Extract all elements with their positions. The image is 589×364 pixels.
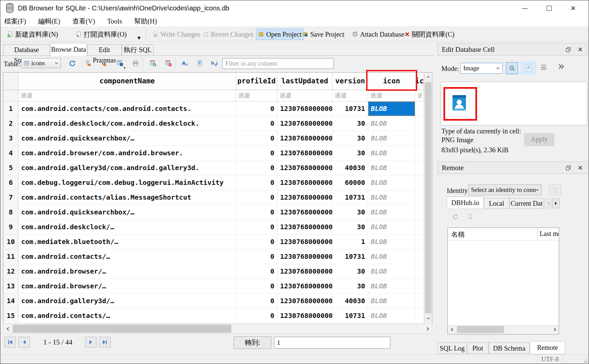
previous-page-button[interactable] [18,337,30,348]
cell-profileId[interactable]: 0 [236,102,277,116]
cell-profileId[interactable]: 0 [236,205,277,219]
cell-icon[interactable]: BLOB [368,279,415,293]
column-header-profileId[interactable]: profileId [236,73,277,90]
cell-lastUpdated[interactable]: 1230768000000 [277,116,332,131]
scroll-up-icon[interactable] [424,73,432,81]
cell-version[interactable]: 30 [332,264,368,279]
tab-execute-sql[interactable]: 執行 SQL [122,44,154,55]
float-panel-icon[interactable] [566,47,571,52]
open-database-button[interactable]: 打開資料庫(O) [74,29,129,40]
cell-icon[interactable]: BLOB [368,175,415,190]
table-selector[interactable]: icons [21,58,61,68]
cell-icon[interactable]: BLOB [368,294,415,308]
grid-vertical-scrollbar[interactable] [424,73,432,323]
cell-lastUpdated[interactable]: 1230768000000 [277,309,332,323]
cell-componentName[interactable]: com.android.gallery3d/… [18,294,236,308]
remote-list-modified-header[interactable]: Last mo [537,228,559,240]
cell-version[interactable]: 1 [332,235,368,249]
filter-profileId-input[interactable] [236,90,277,101]
cell-lastUpdated[interactable]: 1230768000000 [277,279,332,293]
dock-tab-db-schema[interactable]: DB Schema [488,342,530,354]
row-number[interactable]: 9 [3,220,18,234]
tab-edit-pragmas[interactable]: Edit Pragmas [87,44,122,55]
cell-componentName[interactable]: com.android.deskclock/… [18,220,236,234]
cell-profileId[interactable]: 0 [236,175,277,190]
column-header-icon[interactable]: icon [368,73,415,90]
scroll-right-icon[interactable] [551,325,559,334]
import-settings-button[interactable] [506,62,518,74]
row-number[interactable]: 11 [3,249,18,264]
cell-componentName[interactable]: com.android.contacts/… [18,309,236,323]
cell-profileId[interactable]: 0 [236,116,277,131]
row-number[interactable]: 6 [3,175,18,190]
remote-list-scrollbar[interactable] [448,325,559,334]
vertical-scroll-thumb[interactable] [425,82,431,313]
cell-icon[interactable]: BLOB [368,131,415,146]
cell-version[interactable]: 10731 [332,309,368,323]
cell-componentName[interactable]: com.android.browser/com.android.browser. [18,146,236,160]
save-project-button[interactable]: Save Project [300,29,346,40]
row-number[interactable]: 3 [3,131,18,146]
text-view-button[interactable] [521,61,536,75]
cell-lastUpdated[interactable]: 1230768000000 [277,146,332,160]
filter-icon-input[interactable] [368,90,415,101]
maximize-button[interactable] [537,0,561,16]
filter-version-input[interactable] [332,90,368,101]
cell-icon[interactable]: BLOB [368,220,415,234]
menu-view[interactable]: 查看(V) [72,17,95,26]
scroll-left-icon[interactable] [3,324,12,333]
mode-select[interactable]: Image [460,63,503,74]
row-number[interactable]: 10 [3,235,18,249]
clone-database-button[interactable] [549,185,561,195]
sort-az-button[interactable]: ba [209,57,221,69]
cell-lastUpdated[interactable]: 1230768000000 [277,161,332,175]
save-table-button[interactable]: ▾ [114,57,126,69]
cell-profileId[interactable]: 0 [236,146,277,160]
attach-database-button[interactable]: Attach Database [350,29,406,40]
word-wrap-icon[interactable] [540,64,547,70]
float-panel-icon[interactable] [566,165,571,170]
next-page-button[interactable] [85,337,96,348]
cell-version[interactable]: 30 [332,146,368,160]
cell-version[interactable]: 30 [332,220,368,234]
new-database-button[interactable]: 新建資料庫(N) [5,29,60,40]
cell-version[interactable]: 30 [332,116,368,131]
cell-componentName[interactable]: com.android.quicksearchbox/… [18,131,236,146]
close-panel-icon[interactable]: ✕ [578,46,583,53]
cell-version[interactable]: 30 [332,205,368,219]
remote-refresh-icon[interactable] [451,212,460,221]
goto-record-button[interactable]: 轉到: [234,336,271,349]
identity-select[interactable]: Select an identity to conne [468,185,542,195]
filter-componentName-input[interactable] [18,90,236,101]
cell-componentName[interactable]: com.android.gallery3d/com.android.galler… [18,161,236,175]
dock-tab-remote[interactable]: Remote [530,341,565,354]
scroll-left-icon[interactable] [448,325,456,334]
cell-icon[interactable]: BLOB [368,249,415,264]
goto-record-input[interactable] [274,337,390,349]
scroll-right-icon[interactable] [423,324,432,333]
remote-list-scroll-thumb[interactable] [457,326,504,333]
remote-tab-current-database[interactable]: Current Dat [509,198,544,209]
cell-lastUpdated[interactable]: 1230768000000 [277,294,332,308]
row-number[interactable]: 5 [3,161,18,175]
global-filter-input[interactable] [222,58,334,69]
cell-version[interactable]: 10731 [332,249,368,264]
cell-version[interactable]: 60000 [332,175,368,190]
cell-profileId[interactable]: 0 [236,264,277,279]
open-project-button[interactable]: Open Project [256,29,304,40]
dock-tab-sql-log[interactable]: SQL Log [437,342,467,354]
cell-componentName[interactable]: com.android.contacts/… [18,249,236,264]
cell-componentName[interactable]: com.android.browser/… [18,279,236,293]
cell-icon[interactable]: BLOB [368,235,415,249]
cell-version[interactable]: 30 [332,131,368,146]
row-number[interactable]: 14 [3,294,18,308]
close-panel-icon[interactable]: ✕ [578,164,583,171]
cell-icon[interactable]: BLOB [368,102,415,116]
row-number[interactable]: 1 [3,102,18,116]
row-number[interactable]: 2 [3,116,18,131]
cell-profileId[interactable]: 0 [236,309,277,323]
clear-sorting-button[interactable] [97,57,109,69]
column-header-partial[interactable]: ic [415,73,424,90]
cell-lastUpdated[interactable]: 1230768000000 [277,249,332,264]
cell-icon[interactable]: BLOB [368,161,415,175]
